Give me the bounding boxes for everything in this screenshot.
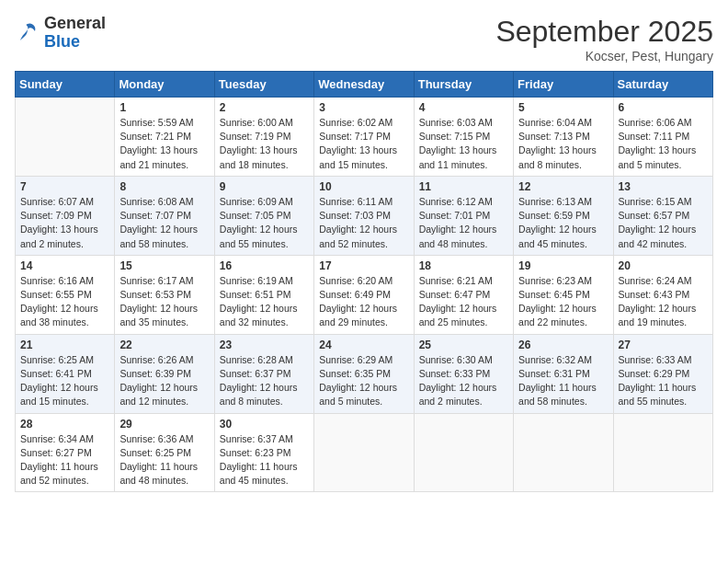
day-number: 6 bbox=[619, 101, 708, 114]
month-title: September 2025 bbox=[495, 15, 713, 49]
calendar-cell: 3Sunrise: 6:02 AM Sunset: 7:17 PM Daylig… bbox=[314, 98, 414, 177]
day-number: 29 bbox=[119, 418, 209, 431]
day-info: Sunrise: 6:28 AM Sunset: 6:37 PM Dayligh… bbox=[220, 353, 309, 409]
day-number: 15 bbox=[119, 259, 209, 272]
day-number: 10 bbox=[319, 180, 408, 193]
calendar-cell: 4Sunrise: 6:03 AM Sunset: 7:15 PM Daylig… bbox=[414, 98, 513, 177]
day-number: 11 bbox=[419, 180, 508, 193]
logo: General Blue bbox=[15, 15, 106, 52]
calendar-cell: 28Sunrise: 6:34 AM Sunset: 6:27 PM Dayli… bbox=[16, 413, 115, 492]
day-number: 28 bbox=[20, 418, 109, 431]
day-info: Sunrise: 6:32 AM Sunset: 6:31 PM Dayligh… bbox=[518, 353, 608, 409]
day-info: Sunrise: 6:33 AM Sunset: 6:29 PM Dayligh… bbox=[619, 353, 708, 409]
day-info: Sunrise: 6:02 AM Sunset: 7:17 PM Dayligh… bbox=[319, 116, 408, 172]
calendar-cell bbox=[414, 413, 513, 492]
day-number: 19 bbox=[518, 259, 608, 272]
day-number: 4 bbox=[419, 101, 508, 114]
day-info: Sunrise: 6:07 AM Sunset: 7:09 PM Dayligh… bbox=[20, 195, 109, 251]
calendar-cell: 8Sunrise: 6:08 AM Sunset: 7:07 PM Daylig… bbox=[115, 176, 214, 255]
day-info: Sunrise: 6:20 AM Sunset: 6:49 PM Dayligh… bbox=[319, 274, 408, 330]
day-info: Sunrise: 6:17 AM Sunset: 6:53 PM Dayligh… bbox=[119, 274, 209, 330]
calendar-cell: 20Sunrise: 6:24 AM Sunset: 6:43 PM Dayli… bbox=[613, 255, 712, 334]
day-number: 16 bbox=[220, 259, 309, 272]
day-info: Sunrise: 6:13 AM Sunset: 6:59 PM Dayligh… bbox=[518, 195, 608, 251]
calendar-cell: 26Sunrise: 6:32 AM Sunset: 6:31 PM Dayli… bbox=[514, 334, 613, 413]
calendar-cell: 30Sunrise: 6:37 AM Sunset: 6:23 PM Dayli… bbox=[214, 413, 313, 492]
day-info: Sunrise: 6:37 AM Sunset: 6:23 PM Dayligh… bbox=[220, 432, 309, 488]
calendar-cell: 12Sunrise: 6:13 AM Sunset: 6:59 PM Dayli… bbox=[514, 176, 613, 255]
day-info: Sunrise: 6:06 AM Sunset: 7:11 PM Dayligh… bbox=[619, 116, 708, 172]
day-number: 8 bbox=[119, 180, 209, 193]
calendar-cell: 29Sunrise: 6:36 AM Sunset: 6:25 PM Dayli… bbox=[115, 413, 214, 492]
calendar-cell bbox=[16, 98, 115, 177]
calendar-week-5: 28Sunrise: 6:34 AM Sunset: 6:27 PM Dayli… bbox=[16, 413, 713, 492]
title-block: September 2025 Kocser, Pest, Hungary bbox=[495, 15, 713, 63]
calendar-week-3: 14Sunrise: 6:16 AM Sunset: 6:55 PM Dayli… bbox=[16, 255, 713, 334]
logo-blue: Blue bbox=[44, 33, 106, 52]
day-number: 9 bbox=[220, 180, 309, 193]
day-of-week-wednesday: Wednesday bbox=[314, 72, 414, 98]
day-info: Sunrise: 6:04 AM Sunset: 7:13 PM Dayligh… bbox=[518, 116, 608, 172]
day-info: Sunrise: 6:25 AM Sunset: 6:41 PM Dayligh… bbox=[20, 353, 109, 409]
day-number: 5 bbox=[518, 101, 608, 114]
day-number: 17 bbox=[319, 259, 408, 272]
calendar-week-1: 1Sunrise: 5:59 AM Sunset: 7:21 PM Daylig… bbox=[16, 98, 713, 177]
day-info: Sunrise: 5:59 AM Sunset: 7:21 PM Dayligh… bbox=[119, 116, 209, 172]
calendar-cell: 2Sunrise: 6:00 AM Sunset: 7:19 PM Daylig… bbox=[214, 98, 313, 177]
day-info: Sunrise: 6:24 AM Sunset: 6:43 PM Dayligh… bbox=[619, 274, 708, 330]
day-of-week-saturday: Saturday bbox=[613, 72, 712, 98]
calendar-cell: 24Sunrise: 6:29 AM Sunset: 6:35 PM Dayli… bbox=[314, 334, 414, 413]
day-number: 21 bbox=[20, 339, 109, 351]
calendar-week-4: 21Sunrise: 6:25 AM Sunset: 6:41 PM Dayli… bbox=[16, 334, 713, 413]
day-of-week-friday: Friday bbox=[514, 72, 613, 98]
day-info: Sunrise: 6:34 AM Sunset: 6:27 PM Dayligh… bbox=[20, 432, 109, 488]
calendar-table: SundayMondayTuesdayWednesdayThursdayFrid… bbox=[15, 71, 713, 492]
calendar-cell: 23Sunrise: 6:28 AM Sunset: 6:37 PM Dayli… bbox=[214, 334, 313, 413]
day-info: Sunrise: 6:21 AM Sunset: 6:47 PM Dayligh… bbox=[419, 274, 508, 330]
day-of-week-thursday: Thursday bbox=[414, 72, 513, 98]
day-number: 22 bbox=[119, 339, 209, 351]
day-info: Sunrise: 6:03 AM Sunset: 7:15 PM Dayligh… bbox=[419, 116, 508, 172]
day-of-week-monday: Monday bbox=[115, 72, 214, 98]
day-info: Sunrise: 6:09 AM Sunset: 7:05 PM Dayligh… bbox=[220, 195, 309, 251]
calendar-cell: 27Sunrise: 6:33 AM Sunset: 6:29 PM Dayli… bbox=[613, 334, 712, 413]
day-of-week-sunday: Sunday bbox=[16, 72, 115, 98]
day-number: 23 bbox=[220, 339, 309, 351]
day-number: 13 bbox=[619, 180, 708, 193]
day-number: 2 bbox=[220, 101, 309, 114]
page-header: General Blue September 2025 Kocser, Pest… bbox=[15, 15, 713, 63]
day-info: Sunrise: 6:15 AM Sunset: 6:57 PM Dayligh… bbox=[619, 195, 708, 251]
day-info: Sunrise: 6:00 AM Sunset: 7:19 PM Dayligh… bbox=[220, 116, 309, 172]
calendar-cell: 17Sunrise: 6:20 AM Sunset: 6:49 PM Dayli… bbox=[314, 255, 414, 334]
calendar-cell: 9Sunrise: 6:09 AM Sunset: 7:05 PM Daylig… bbox=[214, 176, 313, 255]
day-number: 27 bbox=[619, 339, 708, 351]
calendar-cell bbox=[613, 413, 712, 492]
day-number: 14 bbox=[20, 259, 109, 272]
logo-text: General Blue bbox=[44, 15, 106, 52]
calendar-cell: 11Sunrise: 6:12 AM Sunset: 7:01 PM Dayli… bbox=[414, 176, 513, 255]
calendar-cell: 1Sunrise: 5:59 AM Sunset: 7:21 PM Daylig… bbox=[115, 98, 214, 177]
day-number: 3 bbox=[319, 101, 408, 114]
calendar-cell: 5Sunrise: 6:04 AM Sunset: 7:13 PM Daylig… bbox=[514, 98, 613, 177]
day-info: Sunrise: 6:16 AM Sunset: 6:55 PM Dayligh… bbox=[20, 274, 109, 330]
day-info: Sunrise: 6:36 AM Sunset: 6:25 PM Dayligh… bbox=[119, 432, 209, 488]
calendar-cell bbox=[314, 413, 414, 492]
calendar-cell: 7Sunrise: 6:07 AM Sunset: 7:09 PM Daylig… bbox=[16, 176, 115, 255]
day-number: 26 bbox=[518, 339, 608, 351]
calendar-cell: 21Sunrise: 6:25 AM Sunset: 6:41 PM Dayli… bbox=[16, 334, 115, 413]
day-info: Sunrise: 6:29 AM Sunset: 6:35 PM Dayligh… bbox=[319, 353, 408, 409]
calendar-cell: 6Sunrise: 6:06 AM Sunset: 7:11 PM Daylig… bbox=[613, 98, 712, 177]
calendar-cell: 14Sunrise: 6:16 AM Sunset: 6:55 PM Dayli… bbox=[16, 255, 115, 334]
day-info: Sunrise: 6:12 AM Sunset: 7:01 PM Dayligh… bbox=[419, 195, 508, 251]
calendar-cell: 18Sunrise: 6:21 AM Sunset: 6:47 PM Dayli… bbox=[414, 255, 513, 334]
day-info: Sunrise: 6:11 AM Sunset: 7:03 PM Dayligh… bbox=[319, 195, 408, 251]
location: Kocser, Pest, Hungary bbox=[495, 49, 713, 63]
calendar-week-2: 7Sunrise: 6:07 AM Sunset: 7:09 PM Daylig… bbox=[16, 176, 713, 255]
calendar-cell: 15Sunrise: 6:17 AM Sunset: 6:53 PM Dayli… bbox=[115, 255, 214, 334]
day-number: 1 bbox=[119, 101, 209, 114]
calendar-cell: 16Sunrise: 6:19 AM Sunset: 6:51 PM Dayli… bbox=[214, 255, 313, 334]
calendar-header-row: SundayMondayTuesdayWednesdayThursdayFrid… bbox=[16, 72, 713, 98]
calendar-cell: 13Sunrise: 6:15 AM Sunset: 6:57 PM Dayli… bbox=[613, 176, 712, 255]
calendar-cell: 19Sunrise: 6:23 AM Sunset: 6:45 PM Dayli… bbox=[514, 255, 613, 334]
calendar-cell: 10Sunrise: 6:11 AM Sunset: 7:03 PM Dayli… bbox=[314, 176, 414, 255]
